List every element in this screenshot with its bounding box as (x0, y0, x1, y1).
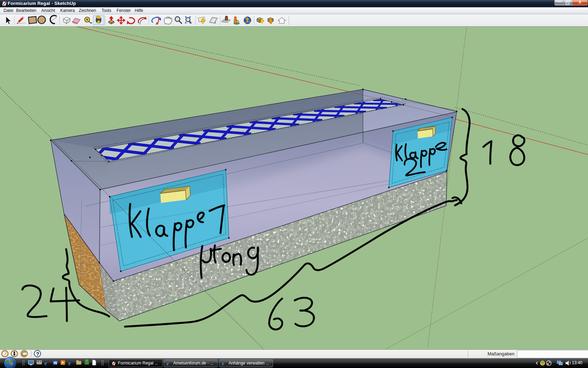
svg-text:1: 1 (215, 21, 216, 24)
svg-text:?: ? (36, 351, 39, 357)
svg-text:e: e (222, 361, 224, 366)
svg-text:W: W (54, 361, 57, 365)
svg-text:e: e (44, 360, 47, 367)
svg-text:e: e (167, 361, 169, 366)
svg-text:e: e (68, 360, 71, 367)
